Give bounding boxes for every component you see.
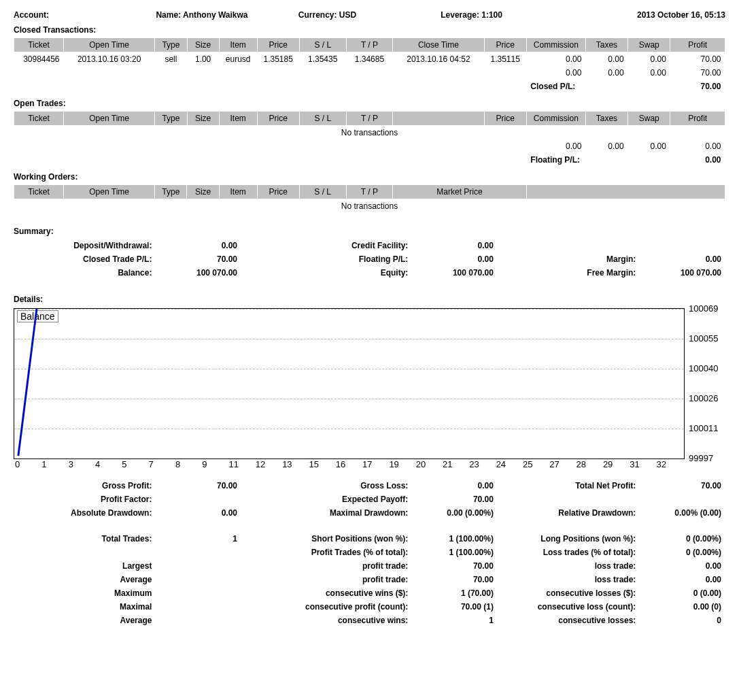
table-header-row: Ticket Open Time Type Size Item Price S … bbox=[14, 38, 725, 52]
col-blank bbox=[526, 185, 725, 199]
x-tick: 5 bbox=[122, 459, 148, 469]
x-tick: 13 bbox=[282, 459, 309, 469]
stats-row: Gross Profit:70.00Gross Loss:0.00Total N… bbox=[14, 479, 725, 493]
chart-area: Balance bbox=[14, 308, 685, 459]
col-swap: Swap bbox=[628, 112, 670, 126]
stats-value: 0 (0.00%) bbox=[640, 546, 725, 559]
stats-label: loss trade: bbox=[498, 559, 640, 573]
col-price2: Price bbox=[484, 112, 526, 126]
y-tick: 100026 bbox=[689, 393, 723, 403]
summary-label: Credit Facility: bbox=[241, 239, 412, 252]
stats-label: Maximal bbox=[14, 600, 156, 614]
summary-value: 100 070.00 bbox=[640, 266, 725, 280]
leverage-label: Leverage: bbox=[441, 10, 479, 20]
col-sl: S / L bbox=[299, 185, 346, 199]
col-tp: T / P bbox=[346, 38, 393, 52]
col-ticket: Ticket bbox=[14, 38, 64, 52]
stats-label: Profit Trades (% of total): bbox=[241, 546, 412, 559]
x-tick: 20 bbox=[416, 459, 443, 469]
col-price: Price bbox=[257, 112, 299, 126]
details-title: Details: bbox=[14, 295, 725, 304]
stats-value: 1 bbox=[156, 532, 241, 546]
y-tick: 99997 bbox=[689, 453, 723, 463]
col-market-price: Market Price bbox=[393, 185, 527, 199]
cell-close-time: 2013.10.16 04:52 bbox=[393, 52, 484, 67]
summary-value: 100 070.00 bbox=[412, 266, 498, 280]
stats-value: 1 (100.00%) bbox=[412, 532, 498, 546]
col-tp: T / P bbox=[346, 185, 393, 199]
summary-label: Closed Trade P/L: bbox=[14, 252, 156, 266]
summary-label: Floating P/L: bbox=[241, 252, 412, 266]
leverage-cell: Leverage: 1:100 bbox=[441, 10, 583, 20]
x-tick: 8 bbox=[175, 459, 202, 469]
stats-label: Relative Drawdown: bbox=[498, 506, 640, 520]
stats-label: Expected Payoff: bbox=[241, 493, 412, 506]
summary-label bbox=[498, 239, 640, 252]
floating-pl-row: Floating P/L: 0.00 bbox=[14, 153, 725, 167]
summary-value: 0.00 bbox=[640, 252, 725, 266]
stats-label: consecutive loss (count): bbox=[498, 600, 640, 614]
x-tick: 21 bbox=[443, 459, 469, 469]
col-commission: Commission bbox=[526, 38, 585, 52]
stats-value: 0 (0.00%) bbox=[640, 532, 725, 546]
total-profit: 70.00 bbox=[670, 66, 725, 80]
total-swap: 0.00 bbox=[628, 66, 670, 80]
balance-chart: Balance 10006910005510004010002610001199… bbox=[14, 308, 685, 469]
stats-value: 0.00 bbox=[640, 559, 725, 573]
total-profit: 0.00 bbox=[670, 139, 725, 153]
table-header-row: Ticket Open Time Type Size Item Price S … bbox=[14, 185, 725, 199]
stats-row: Total Trades:1Short Positions (won %):1 … bbox=[14, 532, 725, 546]
col-tp: T / P bbox=[346, 112, 393, 126]
y-tick: 100011 bbox=[689, 423, 723, 433]
summary-label: Margin: bbox=[498, 252, 640, 266]
stats-row: Absolute Drawdown:0.00Maximal Drawdown:0… bbox=[14, 506, 725, 520]
x-tick: 29 bbox=[603, 459, 630, 469]
x-tick: 0 bbox=[15, 459, 41, 469]
stats-value: 0.00 bbox=[640, 573, 725, 586]
open-trades-table: Ticket Open Time Type Size Item Price S … bbox=[14, 111, 725, 167]
col-taxes: Taxes bbox=[585, 38, 628, 52]
stats-label: consecutive wins ($): bbox=[241, 586, 412, 600]
col-price2: Price bbox=[484, 38, 526, 52]
y-tick: 100069 bbox=[689, 303, 723, 314]
stats-label: consecutive losses ($): bbox=[498, 586, 640, 600]
summary-row: Deposit/Withdrawal:0.00Credit Facility:0… bbox=[14, 239, 725, 252]
stats-value: 70.00 bbox=[156, 479, 241, 493]
stats-label: Average bbox=[14, 614, 156, 627]
col-size: Size bbox=[187, 185, 219, 199]
floating-pl-value: 0.00 bbox=[670, 153, 725, 167]
stats-label: loss trade: bbox=[498, 573, 640, 586]
stats-value: 1 bbox=[412, 614, 498, 627]
cell-type: sell bbox=[155, 52, 187, 67]
cell-size: 1.00 bbox=[187, 52, 219, 67]
col-price: Price bbox=[257, 38, 299, 52]
account-label: Account: bbox=[14, 10, 156, 20]
total-swap: 0.00 bbox=[628, 139, 670, 153]
closed-pl-value: 70.00 bbox=[670, 80, 725, 93]
stats-row: Maximumconsecutive wins ($):1 (70.00)con… bbox=[14, 586, 725, 600]
cell-ticket: 30984456 bbox=[14, 52, 64, 67]
col-taxes: Taxes bbox=[585, 112, 628, 126]
chart-y-axis: 10006910005510004010002610001199997 bbox=[689, 308, 723, 458]
stats-label: consecutive losses: bbox=[498, 614, 640, 627]
table-row: 30984456 2013.10.16 03:20 sell 1.00 euru… bbox=[14, 52, 725, 67]
stats-label bbox=[498, 493, 640, 506]
col-open-time: Open Time bbox=[64, 38, 155, 52]
x-tick: 3 bbox=[69, 459, 95, 469]
summary-value: 0.00 bbox=[412, 252, 498, 266]
col-ticket: Ticket bbox=[14, 185, 64, 199]
stats-row: Averageprofit trade:70.00loss trade:0.00 bbox=[14, 573, 725, 586]
col-size: Size bbox=[187, 112, 219, 126]
total-commission: 0.00 bbox=[526, 66, 585, 80]
stats-value bbox=[156, 546, 241, 559]
currency-value: USD bbox=[339, 10, 356, 20]
closed-pl-row: Closed P/L: 70.00 bbox=[14, 80, 725, 93]
y-tick: 100055 bbox=[689, 333, 723, 344]
x-tick: 11 bbox=[229, 459, 256, 469]
stats-value: 70.00 bbox=[412, 493, 498, 506]
cell-sl: 1.35435 bbox=[299, 52, 346, 67]
x-tick: 9 bbox=[202, 459, 228, 469]
col-price: Price bbox=[257, 185, 299, 199]
stats-label bbox=[14, 546, 156, 559]
col-type: Type bbox=[155, 38, 187, 52]
